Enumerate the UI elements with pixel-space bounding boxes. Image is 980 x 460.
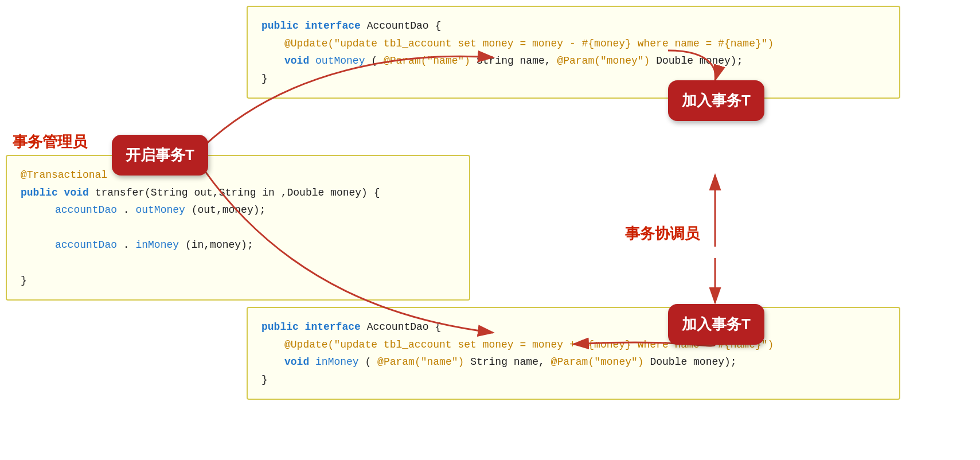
mid-line3: accountDao . outMoney (out,money); [21,201,455,219]
top-line4: } [261,70,885,88]
bot-line1: public interface AccountDao { [261,318,885,336]
mid-line1: @Transactional [21,166,455,184]
top-line3: void outMoney ( @Param("name") String na… [261,52,885,70]
bot-line4: } [261,371,885,389]
mid-line2: public void transfer(String out,String i… [21,184,455,202]
bot-line3: void inMoney ( @Param("name") String nam… [261,353,885,371]
top-code-box: public interface AccountDao { @Update("u… [247,6,900,99]
join-transaction-top-bubble: 加入事务T [668,80,764,121]
mid-line5: } [21,272,455,290]
open-transaction-bubble: 开启事务T [112,135,208,176]
join-transaction-bottom-bubble: 加入事务T [668,304,764,345]
manager-label: 事务管理员 [13,132,87,152]
bottom-code-box: public interface AccountDao { @Update("u… [247,307,900,400]
top-line1: public interface AccountDao { [261,17,885,35]
coordinator-label: 事务协调员 [625,224,700,244]
middle-code-box: @Transactional public void transfer(Stri… [6,155,470,301]
top-line2: @Update("update tbl_account set money = … [261,35,885,53]
mid-spacer [21,219,455,237]
mid-spacer2 [21,254,455,272]
bot-line2: @Update("update tbl_account set money = … [261,336,885,354]
mid-line4: accountDao . inMoney (in,money); [21,236,455,254]
